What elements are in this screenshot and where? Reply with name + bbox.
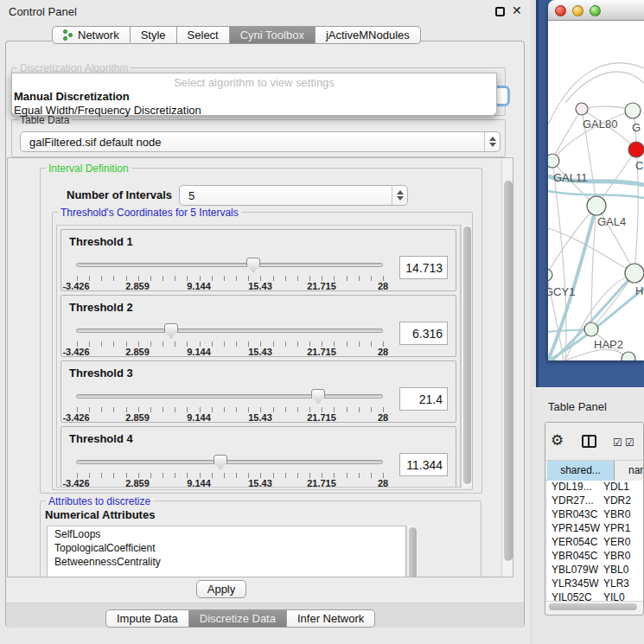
tab-style[interactable]: Style	[131, 26, 177, 44]
table-row[interactable]: YBL079WYBL0	[547, 564, 643, 577]
table-row[interactable]: YDR27...YDR2	[547, 494, 643, 508]
threshold-1-value-field[interactable]	[399, 256, 448, 279]
settings-scrollpane: Interval Definition Number of Intervals …	[7, 157, 513, 577]
node-gal4[interactable]	[587, 196, 606, 215]
network-window-titlebar[interactable]	[548, 0, 644, 21]
table-row[interactable]: YDL19...YDL1	[547, 481, 643, 494]
cell-name[interactable]: YIL0	[602, 591, 643, 601]
split-columns-icon[interactable]	[582, 435, 596, 448]
cell-name[interactable]: YBR0	[602, 550, 643, 564]
number-of-intervals-label: Number of Intervals	[67, 188, 172, 201]
cell-name[interactable]: YDR2	[602, 494, 643, 508]
cell-shared[interactable]: YER054C	[547, 536, 602, 550]
cell-shared[interactable]: YPR145W	[547, 522, 602, 536]
list-item[interactable]: TopologicalCoefficient	[48, 541, 405, 555]
minimize-traffic-light-icon[interactable]	[572, 5, 583, 16]
table-row[interactable]: YBR045CYBR0	[547, 550, 643, 564]
slider-track[interactable]	[76, 263, 383, 267]
slider-thumb[interactable]	[311, 389, 325, 404]
threshold-1-box: Threshold 1 -3.426 2.859 9.144 15.43	[61, 229, 456, 291]
table-row[interactable]: YPR145WYPR1	[547, 522, 643, 536]
close-traffic-light-icon[interactable]	[555, 5, 566, 16]
cell-name[interactable]: YER0	[602, 536, 643, 550]
network-canvas[interactable]: GAL80 G C GAL11 GAL4 GCY1 H HAP2	[548, 21, 644, 360]
cell-shared[interactable]: YBR045C	[547, 550, 602, 564]
list-item[interactable]: BetweennessCentrality	[48, 555, 405, 569]
slider-track[interactable]	[76, 328, 383, 333]
cell-name[interactable]: YBR0	[602, 508, 643, 522]
node-label: G	[632, 121, 641, 134]
node-gcy1[interactable]	[548, 269, 552, 281]
node-label: GAL11	[553, 171, 588, 184]
cell-shared[interactable]: YIL052C	[547, 591, 602, 601]
threshold-1-slider[interactable]: -3.426 2.859 9.144 15.43 21.715 28	[76, 258, 389, 289]
gear-icon[interactable]: ⚙	[551, 433, 564, 448]
node-bottom-right[interactable]	[622, 352, 635, 360]
apply-button[interactable]: Apply	[196, 580, 246, 598]
slider-thumb[interactable]	[246, 258, 260, 272]
checkbox-icon[interactable]: ☑	[625, 437, 634, 448]
cell-shared[interactable]: YBL079W	[547, 564, 602, 577]
tab-infer-network[interactable]: Infer Network	[287, 609, 375, 628]
table-row[interactable]: YIL052CYIL0	[547, 591, 643, 601]
table-row[interactable]: YLR345WYLR3	[547, 577, 643, 591]
cell-shared[interactable]: YBR043C	[547, 508, 602, 522]
threshold-2-value-field[interactable]	[399, 322, 448, 345]
threshold-4-value-field[interactable]	[399, 453, 448, 476]
table-hscrollbar[interactable]	[545, 601, 643, 611]
table-data-combobox[interactable]: galFiltered.sif default node	[20, 131, 501, 152]
algorithm-option-equal-width[interactable]: Equal Width/Frequency Discretization	[12, 103, 496, 117]
tab-cyni-toolbox[interactable]: Cyni Toolbox	[230, 26, 316, 44]
cell-name[interactable]: YBL0	[602, 564, 643, 577]
node-gal80[interactable]	[576, 103, 588, 115]
cell-shared[interactable]: YDR27...	[547, 494, 602, 508]
table-row[interactable]: YER054CYER0	[547, 536, 643, 550]
checkbox-icon[interactable]: ☑	[613, 437, 622, 448]
column-header-shared-name[interactable]: shared...	[547, 461, 615, 481]
tab-select[interactable]: Select	[177, 26, 230, 44]
table-row[interactable]: YBR043CYBR0	[547, 508, 643, 522]
network-view-window[interactable]: GAL80 G C GAL11 GAL4 GCY1 H HAP2	[548, 0, 644, 360]
slider-track[interactable]	[76, 460, 383, 464]
table-hscrollbar-thumb[interactable]	[549, 603, 637, 610]
threshold-3-value-field[interactable]	[399, 387, 448, 411]
attributes-list-scrollbar[interactable]	[406, 526, 418, 577]
thresholds-scrollbar[interactable]	[461, 225, 472, 488]
close-icon[interactable]: ✕	[512, 3, 522, 17]
zoom-traffic-light-icon[interactable]	[590, 5, 601, 16]
threshold-3-slider[interactable]: -3.426 2.859 9.144 15.43 21.715 28	[76, 389, 389, 420]
algorithm-option-manual[interactable]: Manual Discretization	[12, 89, 496, 103]
thresholds-scrollbar-thumb[interactable]	[463, 226, 471, 484]
node-hap2[interactable]	[584, 322, 598, 336]
column-header-name[interactable]: name	[615, 461, 644, 481]
number-of-intervals-combobox[interactable]: 5	[179, 185, 408, 206]
cell-name[interactable]: YDL1	[602, 481, 643, 494]
attributes-scrollbar-thumb[interactable]	[409, 527, 417, 577]
threshold-2-slider[interactable]: -3.426 2.859 9.144 15.43 21.715 28	[76, 323, 389, 354]
slider-track[interactable]	[76, 394, 383, 399]
tab-network[interactable]: Network	[52, 26, 131, 44]
float-window-icon[interactable]	[495, 7, 505, 16]
cell-shared[interactable]: YLR345W	[547, 577, 602, 591]
tab-jactivemnodules[interactable]: jActiveMNodules	[316, 26, 421, 44]
settings-scrollbar[interactable]	[501, 158, 513, 577]
node-gal11[interactable]	[548, 154, 559, 168]
list-item[interactable]: SelfLoops	[48, 526, 405, 541]
slider-scale: -3.426 2.859 9.144 15.43 21.715 28	[76, 478, 383, 488]
slider-thumb[interactable]	[164, 323, 178, 338]
cell-name[interactable]: YLR3	[602, 577, 643, 591]
threshold-4-slider[interactable]: -3.426 2.859 9.144 15.43 21.715 28	[76, 455, 389, 486]
node-h[interactable]	[625, 264, 644, 283]
cell-name[interactable]: YPR1	[602, 522, 643, 536]
node-top-right[interactable]	[625, 103, 641, 118]
tab-impute-data[interactable]: Impute Data	[105, 609, 189, 628]
table-panel-title: Table Panel	[548, 400, 607, 413]
algorithm-dropdown-popup: Select algorithm to view settings Manual…	[11, 73, 497, 116]
slider-scale: -3.426 2.859 9.144 15.43 21.715 28	[76, 347, 383, 357]
scale-label: 9.144	[187, 281, 211, 291]
slider-thumb[interactable]	[214, 455, 227, 469]
cell-shared[interactable]: YDL19...	[547, 481, 602, 494]
node-red-selected[interactable]	[628, 142, 644, 157]
tab-discretize-data[interactable]: Discretize Data	[189, 609, 287, 628]
settings-scrollbar-thumb[interactable]	[504, 181, 513, 561]
